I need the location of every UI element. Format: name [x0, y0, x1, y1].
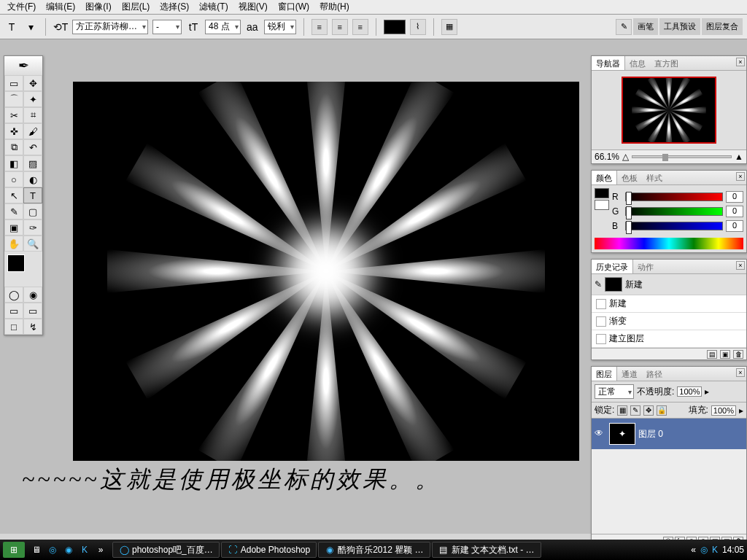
- task-item[interactable]: ◯photoshop吧_百度…: [112, 542, 220, 558]
- quick-launch-icon[interactable]: K: [77, 542, 92, 557]
- imageready-icon[interactable]: ↯: [23, 319, 42, 335]
- quick-launch-icon[interactable]: 🖥: [29, 542, 44, 557]
- notes-tool[interactable]: ▣: [4, 219, 23, 236]
- text-tool[interactable]: T: [23, 187, 42, 203]
- task-item[interactable]: ⛶Adobe Photoshop: [221, 542, 317, 558]
- gradient-tool[interactable]: ▨: [23, 155, 42, 171]
- blur-tool[interactable]: ○: [4, 171, 23, 187]
- g-slider[interactable]: [625, 207, 723, 216]
- crop-tool[interactable]: ✂: [4, 107, 23, 123]
- close-icon[interactable]: ×: [736, 261, 745, 270]
- character-panel-icon[interactable]: ▦: [441, 19, 457, 35]
- styles-tab[interactable]: 样式: [642, 171, 667, 184]
- lock-transparency-icon[interactable]: ▦: [617, 405, 627, 416]
- align-left-icon[interactable]: ≡: [311, 19, 328, 35]
- foreground-color[interactable]: [7, 254, 25, 272]
- lock-position-icon[interactable]: ✥: [643, 405, 654, 416]
- channels-tab[interactable]: 通道: [617, 367, 642, 381]
- history-step[interactable]: 建立图层: [592, 330, 746, 348]
- clock[interactable]: 14:05: [722, 545, 744, 555]
- brushes-palette-icon[interactable]: ✎: [616, 19, 632, 35]
- start-button[interactable]: ⊞: [3, 542, 25, 558]
- swatches-tab[interactable]: 色板: [617, 171, 642, 184]
- layer-row[interactable]: 👁 ✦ 图层 0: [592, 419, 746, 449]
- task-item[interactable]: ◉酷狗音乐2012 瞿颖 …: [318, 542, 430, 558]
- quick-launch-icon[interactable]: ◎: [45, 542, 60, 557]
- menu-select[interactable]: 选择(S): [155, 0, 193, 15]
- zoom-value[interactable]: 66.1%: [595, 152, 619, 162]
- document-canvas[interactable]: [73, 82, 579, 461]
- spectrum-bar[interactable]: [595, 238, 743, 249]
- layer-name[interactable]: 图层 0: [638, 428, 663, 440]
- history-brush-tool[interactable]: ↶: [23, 139, 42, 155]
- close-icon[interactable]: ×: [736, 58, 745, 66]
- menu-window[interactable]: 窗口(W): [274, 0, 314, 15]
- quick-launch-icon[interactable]: ◉: [61, 542, 76, 557]
- quickmask-mode-icon[interactable]: ◉: [23, 287, 42, 303]
- font-family-dropdown[interactable]: 方正苏新诗柳…: [72, 20, 148, 34]
- color-tab[interactable]: 颜色: [592, 171, 617, 184]
- zoom-in-icon[interactable]: ▲: [735, 152, 743, 162]
- menu-help[interactable]: 帮助(H): [315, 0, 354, 15]
- lock-pixels-icon[interactable]: ✎: [630, 405, 640, 416]
- layer-thumbnail[interactable]: ✦: [609, 423, 635, 445]
- menu-image[interactable]: 图像(I): [81, 0, 115, 15]
- dodge-tool[interactable]: ◐: [23, 171, 42, 187]
- eraser-tool[interactable]: ◧: [4, 155, 23, 171]
- paths-tab[interactable]: 路径: [642, 367, 667, 381]
- new-snapshot-icon[interactable]: ▣: [720, 350, 730, 359]
- align-right-icon[interactable]: ≡: [352, 19, 368, 35]
- antialiasing-dropdown[interactable]: 锐利: [264, 20, 296, 34]
- history-step[interactable]: 渐变: [592, 313, 746, 330]
- b-slider[interactable]: [625, 222, 723, 230]
- menu-filter[interactable]: 滤镜(T): [195, 0, 232, 15]
- g-value[interactable]: 0: [726, 206, 743, 217]
- font-style-dropdown[interactable]: -: [152, 20, 182, 34]
- clone-stamp-tool[interactable]: ⧉: [4, 139, 23, 155]
- navigator-thumbnail[interactable]: [622, 77, 716, 144]
- history-step[interactable]: 新建: [592, 295, 746, 313]
- screen-mode-1[interactable]: ▭: [4, 303, 23, 319]
- history-tab[interactable]: 历史记录: [592, 260, 633, 273]
- histogram-tab[interactable]: 直方图: [650, 56, 683, 70]
- quick-launch-expand[interactable]: »: [93, 542, 108, 557]
- menu-layer[interactable]: 图层(L): [117, 0, 155, 15]
- screen-mode-2[interactable]: ▭: [23, 303, 42, 319]
- new-doc-from-state-icon[interactable]: ▤: [707, 350, 717, 359]
- hand-tool[interactable]: ✋: [4, 236, 23, 252]
- standard-mode-icon[interactable]: ◯: [4, 287, 23, 303]
- dropdown-icon[interactable]: ▾: [23, 20, 38, 34]
- history-brush-icon[interactable]: ✎: [595, 279, 602, 289]
- tray-expand-icon[interactable]: «: [691, 545, 696, 555]
- orientation-icon[interactable]: ⟲T: [53, 20, 68, 34]
- blend-mode-dropdown[interactable]: 正常: [595, 384, 634, 399]
- eyedropper-tool[interactable]: ✑: [23, 219, 42, 236]
- zoom-tool[interactable]: 🔍: [23, 236, 42, 252]
- brush-tool[interactable]: 🖌: [23, 123, 42, 139]
- marquee-tool[interactable]: ▭: [4, 75, 23, 91]
- info-tab[interactable]: 信息: [625, 56, 650, 70]
- chevron-icon[interactable]: ▸: [739, 405, 743, 416]
- menu-file[interactable]: 文件(F): [3, 0, 40, 15]
- close-icon[interactable]: ×: [736, 368, 745, 377]
- tool-presets-tab[interactable]: 工具预设: [659, 18, 700, 35]
- visibility-icon[interactable]: 👁: [595, 428, 606, 440]
- screen-mode-3[interactable]: □: [4, 319, 23, 335]
- chevron-icon[interactable]: ▸: [705, 386, 709, 397]
- color-swatches[interactable]: [7, 254, 39, 284]
- tray-icon[interactable]: ◎: [700, 545, 708, 555]
- opacity-value[interactable]: 100%: [677, 386, 702, 397]
- color-foreground-swatch[interactable]: [595, 188, 609, 198]
- zoom-slider[interactable]: [632, 155, 732, 158]
- actions-tab[interactable]: 动作: [633, 260, 658, 273]
- lasso-tool[interactable]: ⌒: [4, 91, 23, 107]
- path-select-tool[interactable]: ↖: [4, 187, 23, 203]
- magic-wand-tool[interactable]: ✦: [23, 91, 42, 107]
- brushes-tab[interactable]: 画笔: [633, 18, 658, 35]
- close-icon[interactable]: ×: [736, 172, 745, 181]
- snapshot-thumb[interactable]: ✦: [605, 277, 622, 292]
- slice-tool[interactable]: ⌗: [23, 107, 42, 123]
- r-value[interactable]: 0: [726, 191, 743, 203]
- align-center-icon[interactable]: ≡: [332, 19, 348, 35]
- layer-comps-tab[interactable]: 图层复合: [702, 18, 743, 35]
